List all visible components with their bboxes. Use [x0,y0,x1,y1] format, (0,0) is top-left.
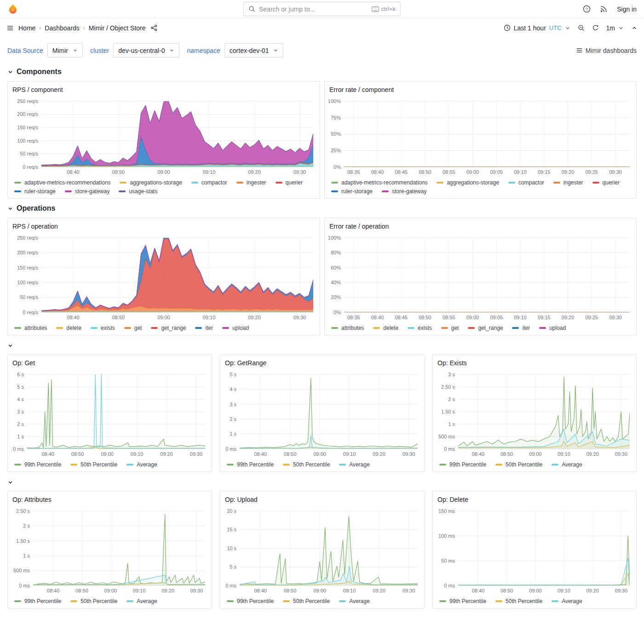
breadcrumb-dashboards[interactable]: Dashboards [45,24,80,32]
legend-item[interactable]: ingester [553,179,583,186]
legend-item[interactable]: exists [408,325,432,331]
sign-in-link[interactable]: Sign in [617,6,637,13]
namespace-label[interactable]: namespace [187,47,220,54]
chart-svg: 0 req/s50 req/s100 req/s150 req/s200 req… [10,234,318,322]
legend-series-label: 99th Percentile [24,461,61,468]
legend-item[interactable]: 99th Percentile [14,598,61,604]
datasource-select[interactable]: Mimir [47,43,83,58]
legend-series-color [382,190,389,192]
legend-item[interactable]: 99th Percentile [439,461,486,468]
legend-item[interactable]: attributes [331,325,364,331]
legend-item[interactable]: store-gateway [382,188,426,195]
news-button[interactable] [600,5,608,13]
legend-item[interactable]: 99th Percentile [227,598,274,604]
datasource-label[interactable]: Data Source [7,47,43,54]
chart-rps-operation[interactable]: 0 req/s50 req/s100 req/s150 req/s200 req… [10,234,318,322]
chevron-up-icon [631,25,638,31]
chart-op-delete[interactable]: 0 ms50 ms100 ms150 ms08:4008:5009:0009:1… [435,507,634,595]
share-dashboard-button[interactable] [150,24,157,31]
section-components[interactable]: Components [7,68,637,76]
clock-icon [504,24,511,31]
cluster-label[interactable]: cluster [90,47,109,54]
zoom-out-time-button[interactable] [578,24,585,31]
chart-op-exists[interactable]: 0 ms500 ms1 s1.50 s2 s2.50 s3 s08:4008:5… [435,370,634,458]
legend-item[interactable]: Average [126,461,157,468]
chart-rps-component[interactable]: 0 req/s50 req/s100 req/s150 req/s200 req… [10,97,318,176]
legend-item[interactable]: get_range [151,325,186,331]
legend-item[interactable]: Average [552,461,582,468]
legend-item[interactable]: delete [56,325,81,331]
legend-item[interactable]: iter [512,325,530,331]
row-toggle-latencies-1[interactable] [7,343,637,349]
menu-toggle-button[interactable] [6,24,14,32]
legend-item[interactable]: ingester [236,179,266,186]
legend-item[interactable]: attributes [14,325,47,331]
breadcrumb-home[interactable]: Home [18,24,35,32]
breadcrumb-separator: › [39,25,41,31]
chart-op-getrange[interactable]: 0 ms1 s2 s3 s4 s5 s08:4008:5009:0009:100… [222,370,422,458]
refresh-interval-picker[interactable]: 1m [606,24,624,32]
legend-series-color [227,464,234,466]
section-operations[interactable]: Operations [7,204,637,213]
legend-item[interactable]: compactor [191,179,227,186]
legend-item[interactable]: Average [126,598,157,604]
row-toggle-latencies-2[interactable] [7,479,637,485]
time-range-picker[interactable]: Last 1 hour UTC [504,24,570,32]
legend-series-color [512,327,519,329]
collapse-toolbar-button[interactable] [631,25,638,31]
legend-item[interactable]: 99th Percentile [14,461,61,468]
legend-item[interactable]: usage-stats [119,188,157,195]
legend-item[interactable]: Average [339,598,369,604]
legend-item[interactable]: 99th Percentile [227,461,274,468]
legend-item[interactable]: 50th Percentile [283,461,330,468]
legend-rps-component: adaptive-metrics-recommendationsaggregat… [8,176,320,195]
legend-item[interactable]: ruler-storage [331,188,373,195]
legend-item[interactable]: delete [373,325,398,331]
chart-op-attributes[interactable]: 0 ms500 ms1 s1.50 s2 s2.50 s08:4008:5009… [10,507,210,595]
svg-text:08:55: 08:55 [443,315,455,320]
legend-item[interactable]: iter [195,325,213,331]
search-input[interactable] [259,6,368,13]
legend-item[interactable]: Average [339,461,369,468]
legend-item[interactable]: exists [91,325,115,331]
chart-error-rate-operation[interactable]: 0%20%40%60%80%100%08:3508:4008:4508:5008… [327,234,634,322]
mimir-dashboards-button[interactable]: Mimir dashboards [576,47,637,54]
legend-item[interactable]: 50th Percentile [70,461,117,468]
svg-text:09:10: 09:10 [131,451,144,457]
legend-item[interactable]: adaptive-metrics-recommendations [331,179,427,186]
legend-item[interactable]: compactor [508,179,544,186]
legend-item[interactable]: get [124,325,142,331]
global-search[interactable]: ctrl+k [243,2,401,16]
svg-text:09:00: 09:00 [157,315,170,320]
legend-item[interactable]: aggregations-storage [120,179,182,186]
legend-item[interactable]: 99th Percentile [439,598,486,604]
legend-series-label: iter [522,325,530,331]
legend-item[interactable]: store-gateway [65,188,109,195]
legend-item[interactable]: Average [552,598,582,604]
legend-item[interactable]: aggregations-storage [437,179,499,186]
svg-text:09:10: 09:10 [343,451,356,457]
legend-item[interactable]: querier [276,179,303,186]
legend-series-color [70,464,77,466]
legend-op-getrange: 99th Percentile50th PercentileAverage [220,458,424,468]
legend-item[interactable]: get [441,325,459,331]
legend-item[interactable]: 50th Percentile [70,598,117,604]
legend-item[interactable]: get_range [468,325,503,331]
legend-item[interactable]: 50th Percentile [283,598,330,604]
refresh-button[interactable] [592,24,599,31]
chart-op-get[interactable]: 0 ms1 s2 s3 s4 s5 s6 s08:4008:5009:0009:… [10,370,210,458]
legend-item[interactable]: ruler-storage [14,188,56,195]
namespace-select[interactable]: cortex-dev-01 [224,43,284,58]
legend-item[interactable]: 50th Percentile [495,461,542,468]
cluster-select[interactable]: dev-us-central-0 [113,43,179,58]
legend-item[interactable]: querier [592,179,620,186]
chart-error-rate-component[interactable]: 0%25%50%75%100%08:3508:4008:4508:5008:55… [327,97,634,176]
legend-series-color [124,327,131,329]
legend-item[interactable]: adaptive-metrics-recommendations [14,179,110,186]
legend-item[interactable]: upload [222,325,249,331]
chart-op-upload[interactable]: 0 ms5 s10 s15 s20 s08:4008:5009:0009:100… [222,507,422,595]
legend-item[interactable]: 50th Percentile [495,598,542,604]
help-button[interactable]: ? [583,5,591,13]
legend-item[interactable]: upload [539,325,566,331]
grafana-logo[interactable] [7,4,18,15]
